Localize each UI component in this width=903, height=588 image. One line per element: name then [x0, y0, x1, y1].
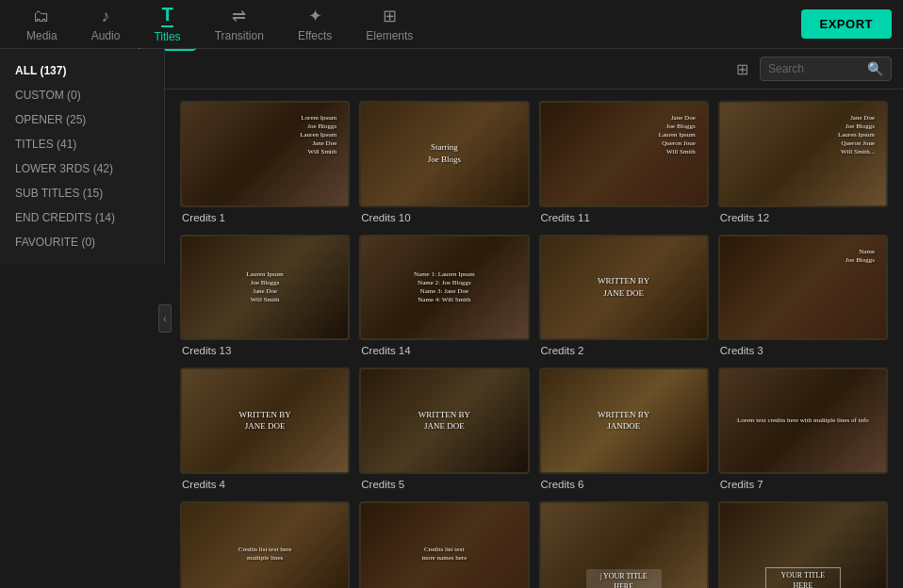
- sidebar-item-subtitles[interactable]: SUB TITLES (15): [0, 181, 164, 205]
- sidebar-item-endcredits[interactable]: END CREDITS (14): [0, 205, 164, 230]
- thumb-text-lowerthirds2: YOUR TITLE HERE: [762, 564, 845, 588]
- grid-item-label-credits3: Credits 3: [718, 345, 888, 356]
- thumb-text-credits8: Credits list text heremultiple lines: [190, 542, 340, 566]
- thumb-text-credits11: Jane DoeJoe BloggsLauren IpsumQueron Jou…: [655, 110, 699, 160]
- grid-item-credits11[interactable]: Jane DoeJoe BloggsLauren IpsumQueron Jou…: [539, 101, 709, 223]
- nav-transition[interactable]: ⇌ Transition: [200, 0, 279, 48]
- content-toolbar: ⊞ 🔍: [165, 49, 903, 90]
- thumb-text-lowerthirds1: | YOUR TITLE HERE: [583, 565, 665, 588]
- media-icon: 🗂: [33, 7, 50, 26]
- grid-view-button[interactable]: ⊞: [732, 58, 752, 80]
- content-area: ⊞ 🔍 Lorem IpsumJoe BloggsLauren IpsumJan…: [165, 49, 903, 588]
- search-input[interactable]: [768, 62, 862, 75]
- grid-item-credits8[interactable]: Credits list text heremultiple linesCred…: [180, 501, 350, 588]
- transition-icon: ⇌: [232, 6, 246, 26]
- grid-item-label-credits13: Credits 13: [180, 345, 350, 356]
- nav-titles-label: Titles: [154, 30, 180, 43]
- thumb-text-credits10: StarringJoe Blogs: [369, 139, 519, 170]
- nav-titles[interactable]: T Titles: [139, 0, 195, 51]
- grid-item-credits2[interactable]: WRITTEN BYJANE DOECredits 2: [539, 235, 709, 357]
- grid-item-label-credits1: Credits 1: [180, 212, 350, 223]
- sidebar: ALL (137) CUSTOM (0) OPENER (25) TITLES …: [0, 49, 165, 264]
- thumb-text-credits3: NameJoe Bloggs: [842, 244, 878, 269]
- sidebar-item-all[interactable]: ALL (137): [0, 58, 164, 83]
- sidebar-item-opener[interactable]: OPENER (25): [0, 107, 164, 132]
- grid-item-credits7[interactable]: Lorem text credits here with multiple li…: [718, 368, 888, 490]
- elements-icon: ⊞: [383, 6, 397, 26]
- grid-item-lowerthirds2[interactable]: YOUR TITLE HERELowerThirds 2: [718, 501, 888, 588]
- effects-icon: ✦: [308, 6, 322, 26]
- thumb-text-credits9: Credits list textmore names here: [369, 542, 519, 566]
- grid-item-credits14[interactable]: Name 1: Lauren IpsumName 2: Joe BloggsNa…: [359, 235, 529, 357]
- grid-item-label-credits7: Credits 7: [718, 479, 888, 490]
- grid-item-label-credits14: Credits 14: [359, 345, 529, 356]
- items-grid: Lorem IpsumJoe BloggsLauren IpsumJane Do…: [180, 101, 888, 588]
- search-box: 🔍: [760, 57, 892, 81]
- thumb-text-credits1: Lorem IpsumJoe BloggsLauren IpsumJane Do…: [296, 110, 340, 160]
- grid-item-label-credits5: Credits 5: [359, 479, 529, 490]
- grid-item-label-credits2: Credits 2: [539, 345, 709, 356]
- grid-item-credits13[interactable]: Lauren IpsumJoe BloggsJane DoeWill Smith…: [180, 235, 350, 357]
- grid-item-credits5[interactable]: WRITTEN BYJANE DOECredits 5: [359, 368, 529, 490]
- audio-icon: ♪: [102, 7, 110, 26]
- nav-audio-label: Audio: [91, 29, 121, 42]
- grid-item-label-credits11: Credits 11: [539, 212, 709, 223]
- titles-icon: T: [161, 4, 172, 27]
- nav-effects[interactable]: ✦ Effects: [283, 0, 347, 48]
- sidebar-item-lower3rds[interactable]: LOWER 3RDS (42): [0, 156, 164, 181]
- sidebar-item-favourite[interactable]: FAVOURITE (0): [0, 230, 164, 254]
- nav-elements[interactable]: ⊞ Elements: [351, 0, 428, 48]
- grid-item-credits6[interactable]: WRITTEN BYJANDOECredits 6: [539, 368, 709, 490]
- grid-item-credits1[interactable]: Lorem IpsumJoe BloggsLauren IpsumJane Do…: [180, 101, 350, 223]
- nav-elements-label: Elements: [366, 29, 413, 42]
- thumb-text-credits13: Lauren IpsumJoe BloggsJane DoeWill Smith: [190, 267, 340, 308]
- grid-item-label-credits4: Credits 4: [180, 479, 350, 490]
- grid-item-label-credits6: Credits 6: [539, 479, 709, 490]
- sidebar-toggle[interactable]: ‹: [158, 304, 172, 333]
- thumb-text-credits12: Jane DoeJoe BloggsLauren IpsumQueron Jou…: [834, 110, 878, 160]
- grid-item-credits9[interactable]: Credits list textmore names hereCredits …: [359, 501, 529, 588]
- export-button[interactable]: EXPORT: [801, 9, 892, 39]
- nav-media[interactable]: 🗂 Media: [11, 1, 73, 48]
- thumb-text-credits14: Name 1: Lauren IpsumName 2: Joe BloggsNa…: [369, 267, 519, 308]
- nav-transition-label: Transition: [215, 29, 264, 42]
- thumb-text-credits6: WRITTEN BYJANDOE: [549, 405, 698, 436]
- sidebar-item-titles[interactable]: TITLES (41): [0, 132, 164, 156]
- grid-item-credits10[interactable]: StarringJoe BlogsCredits 10: [359, 101, 529, 223]
- thumb-text-credits5: WRITTEN BYJANE DOE: [369, 405, 519, 436]
- sidebar-wrapper: ALL (137) CUSTOM (0) OPENER (25) TITLES …: [0, 49, 165, 588]
- nav-media-label: Media: [26, 29, 57, 42]
- nav-audio[interactable]: ♪ Audio: [76, 1, 136, 48]
- thumb-text-credits2: WRITTEN BYJANE DOE: [549, 271, 698, 302]
- grid-container: Lorem IpsumJoe BloggsLauren IpsumJane Do…: [165, 90, 903, 588]
- nav-effects-label: Effects: [298, 29, 332, 42]
- thumb-text-credits4: WRITTEN BYJANE DOE: [190, 405, 340, 436]
- thumb-text-credits7: Lorem text credits here with multiple li…: [729, 413, 878, 429]
- search-icon: 🔍: [867, 61, 883, 76]
- sidebar-item-custom[interactable]: CUSTOM (0): [0, 83, 164, 107]
- main-layout: ALL (137) CUSTOM (0) OPENER (25) TITLES …: [0, 49, 903, 588]
- grid-item-label-credits10: Credits 10: [359, 212, 529, 223]
- grid-item-credits12[interactable]: Jane DoeJoe BloggsLauren IpsumQueron Jou…: [718, 101, 888, 223]
- grid-item-lowerthirds1[interactable]: | YOUR TITLE HERELowerThirds 1: [539, 501, 709, 588]
- grid-item-credits4[interactable]: WRITTEN BYJANE DOECredits 4: [180, 368, 350, 490]
- grid-item-label-credits12: Credits 12: [718, 212, 888, 223]
- top-navigation: 🗂 Media ♪ Audio T Titles ⇌ Transition ✦ …: [0, 0, 903, 49]
- grid-item-credits3[interactable]: NameJoe BloggsCredits 3: [718, 235, 888, 357]
